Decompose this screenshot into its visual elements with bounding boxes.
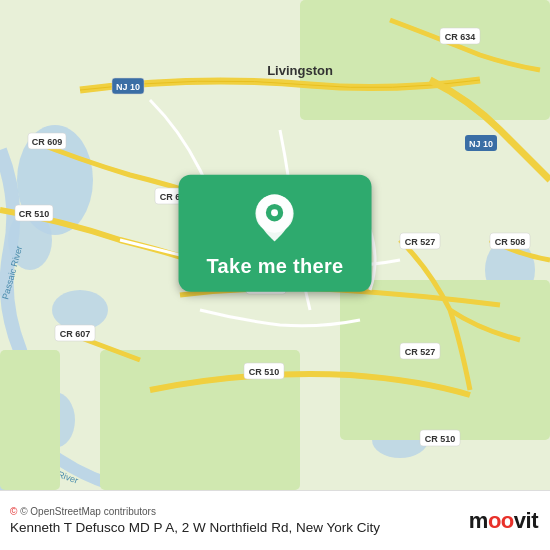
footer-left: © © OpenStreetMap contributors Kenneth T… [10, 506, 459, 535]
location-name: Kenneth T Defusco MD P A, 2 W Northfield… [10, 520, 459, 535]
svg-point-3 [52, 290, 108, 330]
take-me-there-button[interactable]: Take me there [179, 175, 372, 292]
moovit-logo: moovit [469, 508, 538, 534]
svg-text:CR 527: CR 527 [405, 237, 436, 247]
osm-credit-text: © OpenStreetMap contributors [20, 506, 156, 517]
svg-text:CR 609: CR 609 [32, 137, 63, 147]
svg-text:CR 510: CR 510 [249, 367, 280, 377]
moovit-text: moovit [469, 508, 538, 534]
svg-rect-10 [300, 0, 550, 120]
svg-text:CR 607: CR 607 [60, 329, 91, 339]
svg-rect-13 [0, 350, 60, 490]
svg-point-43 [272, 209, 279, 216]
svg-text:CR 527: CR 527 [405, 347, 436, 357]
svg-text:CR 634: CR 634 [445, 32, 476, 42]
svg-text:NJ 10: NJ 10 [469, 139, 493, 149]
svg-text:CR 508: CR 508 [495, 237, 526, 247]
svg-text:Livingston: Livingston [267, 63, 333, 78]
svg-text:CR 510: CR 510 [425, 434, 456, 444]
svg-text:NJ 10: NJ 10 [116, 82, 140, 92]
osm-credit: © © OpenStreetMap contributors [10, 506, 459, 517]
location-pin-icon [249, 193, 301, 245]
footer: © © OpenStreetMap contributors Kenneth T… [0, 490, 550, 550]
svg-text:CR 510: CR 510 [19, 209, 50, 219]
map-container: Passaic River Passaic River [0, 0, 550, 490]
take-me-there-label: Take me there [207, 255, 344, 278]
